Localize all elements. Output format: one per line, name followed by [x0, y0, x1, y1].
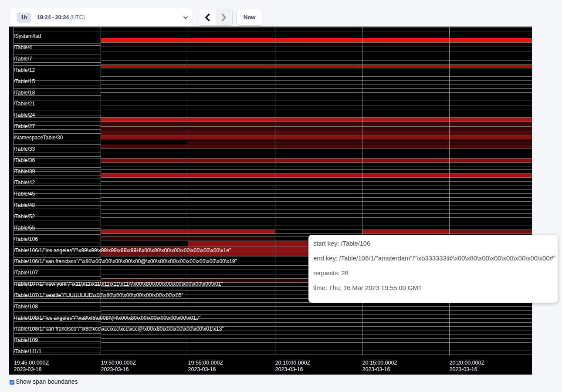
svg-text:/Table/106/1/"san francisco"/": /Table/106/1/"san francisco"/"\x80\x00\x…: [14, 258, 237, 264]
svg-text:20:20:00.000Z: 20:20:00.000Z: [450, 360, 485, 366]
svg-text:/Table/48: /Table/48: [14, 202, 35, 208]
svg-text:2023-03-16: 2023-03-16: [101, 366, 129, 372]
svg-text:/Table/12: /Table/12: [14, 67, 35, 73]
svg-text:2023-03-16: 2023-03-16: [275, 366, 303, 372]
svg-text:19:50:00.000Z: 19:50:00.000Z: [101, 360, 136, 366]
svg-text:2023-03-16: 2023-03-16: [14, 366, 42, 372]
svg-text:/Table/42: /Table/42: [14, 179, 35, 186]
svg-text:/Table/52: /Table/52: [14, 213, 35, 220]
svg-text:/Table/111/1: /Table/111/1: [14, 348, 42, 355]
svg-text:/Table/106/1/"los angeles"/"\x: /Table/106/1/"los angeles"/"\x99\x99\x99…: [14, 247, 231, 253]
svg-text:/Table/27: /Table/27: [14, 123, 35, 129]
svg-text:/System/tsd: /System/tsd: [14, 33, 41, 39]
svg-text:20:10:00.000Z: 20:10:00.000Z: [275, 360, 311, 366]
svg-text:19:45:00.000Z: 19:45:00.000Z: [14, 360, 49, 366]
svg-text:/Table/33: /Table/33: [14, 146, 35, 152]
svg-text:/Table/108: /Table/108: [14, 304, 38, 310]
svg-text:/Table/7: /Table/7: [14, 56, 32, 62]
svg-text:/Table/108/1/"san francisco"/": /Table/108/1/"san francisco"/"\x8c\xcc\x…: [14, 326, 224, 332]
svg-text:/Table/4: /Table/4: [14, 44, 32, 51]
svg-text:2023-03-16: 2023-03-16: [188, 366, 216, 372]
svg-text:/Table/45: /Table/45: [14, 191, 35, 197]
svg-text:/Table/39: /Table/39: [14, 169, 35, 175]
svg-text:2023-03-16: 2023-03-16: [450, 366, 477, 372]
svg-text:/Table/107/1/"seattle"/"UUUUUU: /Table/107/1/"seattle"/"UUUUUUD\x00\x80\…: [14, 292, 183, 298]
svg-text:19:55:00.000Z: 19:55:00.000Z: [188, 360, 223, 366]
svg-text:/Table/55: /Table/55: [14, 225, 35, 231]
svg-text:/Table/106: /Table/106: [14, 236, 38, 242]
svg-text:/Table/107/1/"new york"/"\x11\: /Table/107/1/"new york"/"\x11\x11\x11\x1…: [14, 281, 223, 287]
svg-text:2023-03-16: 2023-03-16: [362, 366, 390, 372]
svg-text:20:15:00.000Z: 20:15:00.000Z: [362, 360, 398, 366]
svg-text:/Table/24: /Table/24: [14, 112, 35, 118]
svg-text:/Table/21: /Table/21: [14, 101, 35, 107]
svg-text:/NamespaceTable/30: /NamespaceTable/30: [14, 135, 63, 141]
svg-text:/Table/109: /Table/109: [14, 337, 38, 343]
svg-text:/Table/36: /Table/36: [14, 157, 35, 163]
svg-text:/Table/108/1/"los angeles"/"\x: /Table/108/1/"los angeles"/"\xa8\xf5\u00…: [14, 315, 201, 321]
svg-text:/Table/107: /Table/107: [14, 270, 38, 276]
svg-text:/Table/18: /Table/18: [14, 90, 35, 96]
svg-text:/Table/15: /Table/15: [14, 78, 35, 84]
